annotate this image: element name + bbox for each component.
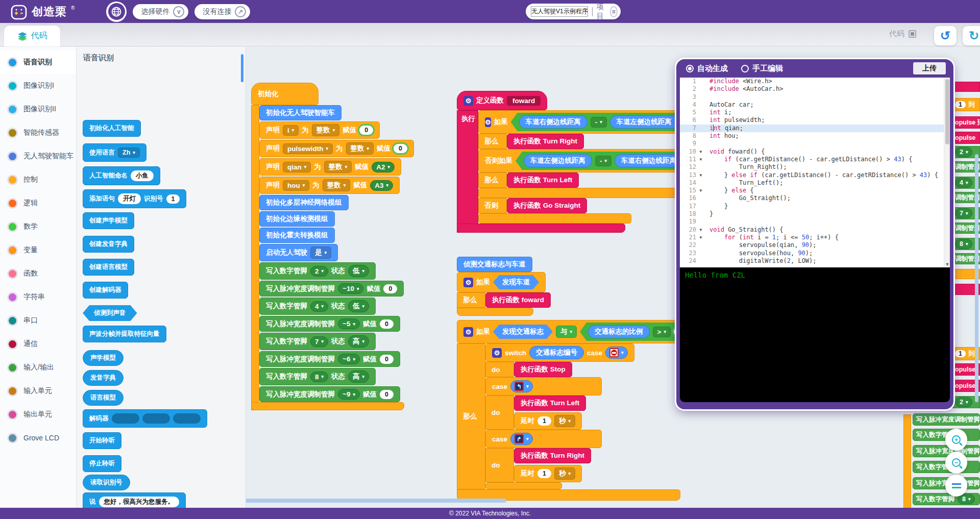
sidebar-item-输出单元[interactable]: 输出单元 [0, 403, 76, 426]
block-dropdown[interactable]: -▾ [595, 156, 611, 166]
clipped-block-fragment[interactable]: opulse 到 [952, 116, 980, 129]
input-slot[interactable] [173, 413, 201, 424]
block-dropdown[interactable]: i▾ [283, 125, 299, 136]
block-dropdown[interactable]: pulsewidth▾ [283, 143, 333, 154]
reporter-block[interactable]: 车道右侧边线距离 [519, 115, 587, 129]
block-dropdown[interactable]: 2▾ [955, 397, 972, 407]
block-dropdown[interactable]: 整数▾ [312, 124, 340, 136]
block-number-input[interactable]: 1 [537, 469, 551, 478]
sidebar-item-字符串[interactable]: 字符串 [0, 285, 76, 309]
block-dropdown[interactable]: >▾ [653, 327, 671, 337]
block-dropdown[interactable]: 4▾ [310, 301, 328, 312]
fold-icon[interactable]: ▼ [697, 148, 704, 156]
block-dropdown[interactable]: ~9▾ [338, 389, 360, 400]
zoom-out-button[interactable]: − [945, 452, 967, 474]
redo-button[interactable]: ↻ [963, 26, 980, 45]
palette-block[interactable]: 语言模型 [83, 390, 124, 406]
stack-block[interactable]: case↱▾ [485, 430, 602, 448]
connection-status-button[interactable]: 没有连接 ↗ [194, 4, 250, 19]
clipped-pin-block[interactable]: 写入脉冲宽度调制管脚 [913, 445, 980, 457]
operator-block[interactable]: 车道右侧边线距离-▾车道左侧边线距离 [511, 113, 683, 131]
tab-code[interactable]: 代码 [4, 26, 60, 46]
block-dropdown[interactable]: A3▾ [370, 180, 393, 191]
sidebar-item-语音识别[interactable]: 语音识别 [0, 51, 76, 74]
block-dropdown[interactable]: ~6▾ [338, 354, 360, 364]
sidebar-item-输入/输出[interactable]: 输入/输出 [0, 356, 76, 379]
sidebar-item-无人驾驶智能车[interactable]: 无人驾驶智能车 [0, 144, 76, 168]
zoom-reset-button[interactable] [945, 475, 967, 497]
reporter-block[interactable]: 车道左侧边线距离 [524, 154, 592, 167]
block-number-input[interactable]: 0 [359, 126, 373, 135]
code-editor[interactable]: 1#include <Wire.h>2#include <AutoCar.h>3… [680, 78, 950, 267]
palette-block[interactable]: 声波分帧并提取特征向量 [83, 326, 166, 342]
sidebar-item-变量[interactable]: 变量 [0, 238, 76, 262]
block-number-input[interactable]: 您好，很高兴为您服务。 [99, 497, 180, 507]
block-number-input[interactable]: 1 [537, 416, 551, 426]
block-dropdown[interactable]: 8▾ [310, 372, 328, 382]
stack-block[interactable]: 侦测交通标志与车道 [457, 257, 532, 272]
block-dropdown[interactable]: 8▾ [955, 239, 972, 249]
clipped-block-fragment[interactable] [952, 82, 980, 92]
block-number-input[interactable]: 0 [380, 355, 394, 364]
block-dropdown[interactable]: 低▾ [348, 265, 369, 277]
stack-block[interactable]: ⚙switch交通标志编号case▾ [485, 343, 634, 362]
palette-block[interactable]: 创建解码器 [83, 282, 128, 299]
code-scrollbar[interactable]: ▼ [944, 78, 950, 267]
stack-block[interactable]: 执行函数 Go Straight [507, 198, 587, 213]
palette-block[interactable]: 创建声学模型 [83, 212, 134, 229]
clipped-block-fragment[interactable]: opulse [952, 132, 980, 144]
clipped-block-fragment[interactable]: 1到 [952, 98, 980, 111]
gear-icon[interactable]: ⚙ [463, 327, 473, 337]
palette-block[interactable]: 创建发音字典 [83, 236, 134, 253]
block-number-input[interactable]: 开灯 [118, 193, 141, 204]
scroll-down-icon[interactable]: ▼ [944, 262, 950, 267]
program-name-input[interactable] [531, 6, 588, 17]
sidebar-item-图像识别I[interactable]: 图像识别I [0, 74, 76, 97]
sidebar-item-控制[interactable]: 控制 [0, 168, 76, 191]
block-dropdown[interactable]: ~5▾ [338, 318, 360, 329]
block-dropdown[interactable]: 与▾ [556, 326, 577, 338]
palette-block[interactable]: 停止聆听 [83, 455, 121, 472]
block-dropdown[interactable]: 是▾ [310, 246, 331, 259]
palette-block[interactable]: 初始化人工智能 [83, 120, 141, 137]
block-dropdown[interactable]: 秒▾ [554, 467, 575, 480]
sidebar-item-逻辑[interactable]: 逻辑 [0, 191, 76, 215]
fold-icon[interactable]: ▼ [697, 187, 704, 194]
stack-block[interactable]: 写入数字管脚7▾状态高▾ [259, 333, 376, 350]
block-stack[interactable]: ⚙定义函数foward执行⚙如果车道右侧边线距离-▾车道左侧边线距离>▾那么执行… [457, 91, 698, 233]
palette-block[interactable]: 创建语言模型 [83, 259, 134, 276]
undo-button[interactable]: ↺ [934, 26, 957, 45]
operator-block[interactable]: 车道左侧边线距离-▾车道右侧边线距离 [516, 152, 683, 170]
block-dropdown[interactable]: 秒▾ [554, 415, 575, 427]
stack-block[interactable]: 执行函数 foward [485, 292, 551, 308]
block-dropdown[interactable]: qian▾ [283, 162, 311, 172]
fold-icon[interactable]: ▼ [697, 156, 704, 163]
sidebar-item-通信[interactable]: 通信 [0, 332, 76, 356]
palette-scrollbar[interactable] [241, 54, 243, 82]
block-number-input[interactable]: 小鱼 [131, 170, 154, 181]
hat-block[interactable]: ⚙定义函数foward [457, 91, 547, 110]
clipped-pin-block[interactable]: 写入数字管脚8▾ [913, 493, 980, 505]
sidebar-item-串口[interactable]: 串口 [0, 309, 76, 332]
boolean-block[interactable]: 发现车道 [493, 275, 539, 289]
palette-block[interactable]: 声学模型 [83, 350, 124, 366]
stack-block[interactable]: 声明pulsewidth▾为整数▾赋值0 [259, 140, 414, 157]
clipped-pin-block[interactable]: 写入脉冲宽度调制管脚 [913, 413, 980, 426]
palette-block[interactable]: 人工智能命名小鱼 [83, 166, 160, 185]
stack-block[interactable]: ⚙如果车道右侧边线距离-▾车道左侧边线距离>▾ [478, 110, 683, 134]
sidebar-item-智能传感器[interactable]: 智能传感器 [0, 121, 76, 144]
block-stack[interactable]: 侦测交通标志与车道⚙如果发现车道那么执行函数 foward⚙如果发现交通标志与▾… [457, 257, 702, 501]
stack-block[interactable]: 执行函数 Stop [514, 362, 572, 377]
block-dropdown[interactable]: 整数▾ [323, 179, 351, 191]
traffic-sign-dropdown[interactable]: ↰▾ [510, 380, 533, 392]
sidebar-item-输入单元[interactable]: 输入单元 [0, 379, 76, 403]
horizontal-scrollbar[interactable] [245, 499, 506, 503]
block-dropdown[interactable]: 高▾ [348, 370, 369, 383]
language-globe-button[interactable] [106, 2, 127, 22]
block-dropdown[interactable]: 2▾ [955, 147, 972, 157]
boolean-block[interactable]: 发现交通标志 [493, 325, 553, 339]
block-dropdown[interactable]: 低▾ [348, 300, 369, 312]
project-button[interactable]: 项目 [597, 3, 606, 21]
sidebar-item-数学[interactable]: 数学 [0, 215, 76, 238]
stack-block[interactable]: 延时1秒▾ [514, 412, 582, 430]
